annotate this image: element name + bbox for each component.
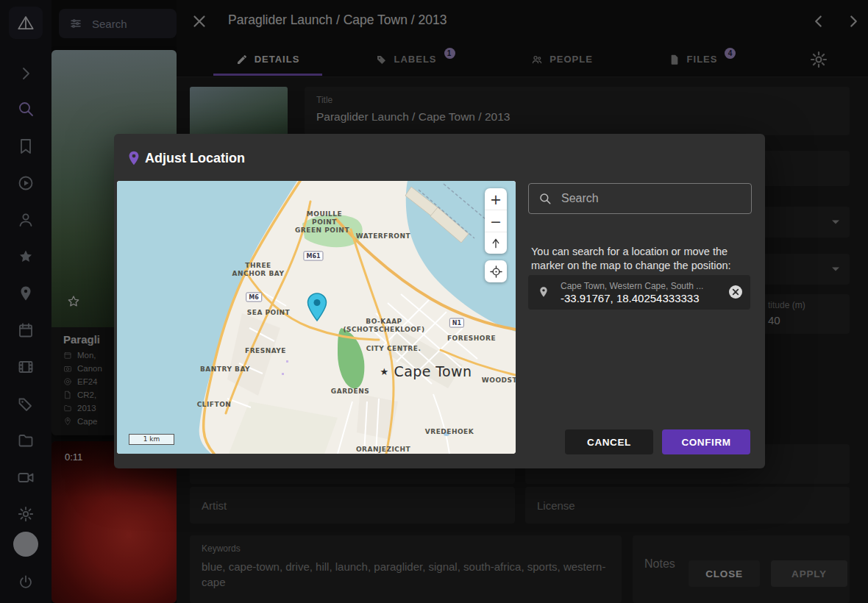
road-shield: M61 xyxy=(303,251,323,261)
map-place-label: FORESHORE xyxy=(447,335,496,343)
map-place-label: BO-KAAP (SCHOTSCHEKLOOF) xyxy=(343,318,424,335)
crosshair-icon xyxy=(489,265,503,279)
search-icon xyxy=(538,192,552,205)
compass-button[interactable] xyxy=(485,232,507,254)
selected-location-chip[interactable]: Cape Town, Western Cape, South ... -33.9… xyxy=(528,275,750,310)
map-place-label: CITY CENTRE. xyxy=(366,345,421,353)
map-zoom-controls: + − xyxy=(485,188,507,254)
adjust-location-modal: Adjust Location xyxy=(114,134,765,468)
zoom-in-button[interactable]: + xyxy=(485,188,507,210)
map-place-label: FRESNAYE xyxy=(245,347,286,355)
map-place-label: CLIFTON xyxy=(197,401,232,409)
map-place-label: ORANJEZICHT xyxy=(356,446,410,454)
map-place-label: GREEN POINT xyxy=(295,226,349,235)
location-coordinates: -33.91767, 18.40254333333 xyxy=(561,292,700,304)
location-search-box[interactable] xyxy=(528,183,752,214)
location-hint-text: You can search for a location or move th… xyxy=(531,245,753,273)
map-place-label: WOODST xyxy=(482,377,516,385)
map-place-label: WATERFRONT xyxy=(356,232,410,240)
confirm-button[interactable]: CONFIRM xyxy=(662,429,750,454)
map-place-label: VREDEHOEK xyxy=(425,428,474,436)
road-shield: N1 xyxy=(449,318,464,328)
map-place-label: SEA POINT xyxy=(247,309,291,317)
city-star-icon: ★ xyxy=(380,366,389,377)
clear-location-icon[interactable] xyxy=(728,285,743,299)
location-pin-icon xyxy=(126,149,142,167)
map-canvas[interactable]: MOUILLE POINT GREEN POINT WATERFRONT THR… xyxy=(117,181,516,454)
cancel-button[interactable]: CANCEL xyxy=(565,429,653,454)
location-name: Cape Town, Western Cape, South ... xyxy=(561,281,703,291)
map-place-label: THREE ANCHOR BAY xyxy=(232,262,285,279)
map-place-label: GARDENS xyxy=(331,388,369,396)
zoom-out-button[interactable]: − xyxy=(485,210,507,232)
map-pin-icon xyxy=(538,285,549,299)
photoprism-app: Paragli Mon, Canon EF24 CR2, 2013 Cape 0… xyxy=(0,0,868,603)
location-marker[interactable] xyxy=(307,293,327,322)
map-scale-bar: 1 km xyxy=(129,434,174,445)
location-search-input[interactable] xyxy=(560,191,739,206)
compass-arrow-icon xyxy=(489,237,502,250)
locate-me-button[interactable] xyxy=(485,260,507,282)
modal-title: Adjust Location xyxy=(145,151,245,166)
map-place-label: MOUILLE POINT xyxy=(307,210,342,227)
map-place-label: BANTRY BAY xyxy=(200,365,250,374)
map-city-label: ★ Cape Town xyxy=(380,363,472,379)
city-name: Cape Town xyxy=(394,363,472,379)
road-shield: M6 xyxy=(246,293,262,302)
